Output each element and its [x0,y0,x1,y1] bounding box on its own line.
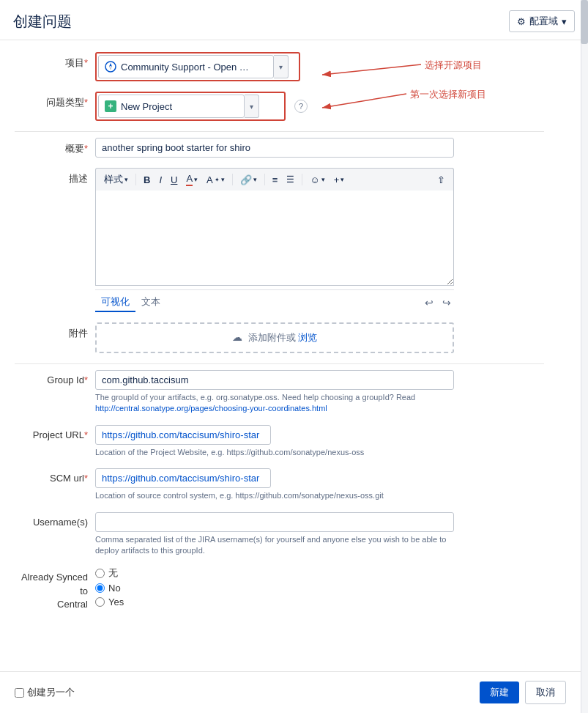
usernames-input[interactable] [95,512,454,532]
usernames-label: Username(s) [15,512,95,528]
toolbar-numbered-button[interactable]: ☰ [283,173,298,186]
groupid-hint: The groupId of your artifacts, e.g. org.… [95,392,454,415]
tab-text[interactable]: 文本 [135,293,166,312]
attachment-browse-link[interactable]: 浏览 [298,332,317,343]
description-label: 描述 [15,168,95,185]
form-container: 项目* Community Support - Open S... ▾ [0,40,588,677]
upload-icon: ☁ [232,331,242,343]
project-highlight-box: Community Support - Open S... ▾ [95,52,300,81]
create-another-checkbox[interactable] [15,688,24,698]
page-header: 创建问题 ⚙ 配置域 ▾ [0,0,588,40]
toolbar-expand-button[interactable]: ⇧ [433,173,449,187]
plus-icon: + [334,174,340,185]
summary-row: 概要* [15,138,544,158]
issue-type-label: 问题类型* [15,92,95,109]
scm-url-field-wrapper: Location of source control system, e.g. … [95,468,544,501]
toolbar-fontcolor-button[interactable]: A ▾ [182,171,201,188]
bullet-list-icon: ≡ [272,174,278,185]
toolbar-emoji-button[interactable]: ☺ ▾ [306,173,328,187]
project-field-wrapper: Community Support - Open S... ▾ [95,52,544,81]
link-icon: 🔗 [240,174,252,185]
toolbar-style-button[interactable]: 样式 ▾ [100,171,132,188]
create-another-checkbox-label[interactable]: 创建另一个 [15,686,75,699]
cancel-button[interactable]: 取消 [525,681,566,704]
project-select[interactable]: Community Support - Open S... [98,55,274,78]
toolbar-sep-2 [232,174,233,185]
toolbar-bold-button[interactable]: B [140,173,154,187]
scm-url-hint: Location of source control system, e.g. … [95,490,454,501]
toolbar-sep-3 [264,174,265,185]
description-field-wrapper: 样式 ▾ B I U A ▾ A✦ ▾ [95,168,454,312]
page-title: 创建问题 [13,12,72,32]
attachment-row: 附件 ☁ 添加附件或 浏览 [15,322,544,353]
chevron-down-icon: ▾ [253,176,257,183]
project-url-row: Project URL* Location of the Project Web… [15,425,544,458]
config-domain-button[interactable]: ⚙ 配置域 ▾ [509,10,575,32]
synced-radio-none[interactable] [95,569,105,578]
groupid-input[interactable] [95,370,454,390]
numbered-list-icon: ☰ [286,174,294,185]
svg-marker-8 [109,67,112,70]
chevron-down-icon: ▾ [562,16,567,27]
usernames-hint: Comma separated list of the JIRA usernam… [95,534,454,557]
undo-redo-group: ↩ ↪ [422,295,454,310]
groupid-label: Group Id* [15,370,95,385]
issue-type-highlight-box: + New Project ▾ [95,92,286,121]
project-select-wrapper: Community Support - Open S... ▾ [98,55,289,78]
project-url-hint: Location of the Project Website, e.g. ht… [95,447,454,458]
tab-visual[interactable]: 可视化 [95,293,135,312]
issue-type-select[interactable]: + New Project [98,95,245,118]
emoji-icon: ☺ [310,174,319,185]
project-url-label: Project URL* [15,425,95,440]
synced-radio-no[interactable] [95,583,105,593]
expand-icon: ⇧ [437,174,445,185]
issue-type-value: New Project [121,101,172,112]
attachment-field-wrapper: ☁ 添加附件或 浏览 [95,322,544,353]
synced-option-yes[interactable]: Yes [95,596,544,607]
divider-1 [15,131,544,132]
scroll-thumb[interactable] [581,0,588,44]
chevron-down-icon: ▾ [221,176,225,183]
description-editor[interactable] [95,191,454,286]
chevron-down-icon: ▾ [194,176,198,183]
scm-url-row: SCM url* Location of source control syst… [15,468,544,501]
project-url-field-wrapper: Location of the Project Website, e.g. ht… [95,425,544,458]
toolbar-format-button[interactable]: A✦ ▾ [203,173,228,187]
synced-radio-yes[interactable] [95,597,105,607]
attachment-label: 附件 [15,322,95,340]
svg-marker-7 [109,63,112,67]
synced-option-no[interactable]: No [95,583,544,594]
usernames-field-wrapper: Comma separated list of the JIRA usernam… [95,512,544,557]
undo-button[interactable]: ↩ [422,295,436,310]
project-url-input[interactable] [95,425,271,445]
description-toolbar: 样式 ▾ B I U A ▾ A✦ ▾ [95,168,454,191]
toolbar-underline-button[interactable]: U [167,173,181,187]
chevron-down-icon: ▾ [321,176,325,183]
toolbar-link-button[interactable]: 🔗 ▾ [237,173,261,187]
synced-radio-group: 无 No Yes [95,566,544,607]
scm-url-input[interactable] [95,468,271,488]
project-chevron[interactable]: ▾ [274,55,289,78]
create-another-label: 创建另一个 [27,686,75,699]
groupid-hint-link[interactable]: http://central.sonatype.org/pages/choosi… [95,404,327,413]
summary-input[interactable] [95,138,454,158]
submit-button[interactable]: 新建 [480,681,519,703]
project-row: 项目* Community Support - Open S... ▾ [15,52,544,81]
toolbar-more-button[interactable]: + ▾ [330,173,349,187]
attachment-text: 添加附件或 [248,332,296,343]
help-icon[interactable]: ? [294,100,308,113]
toolbar-bullet-button[interactable]: ≡ [269,173,282,187]
attachment-dropzone[interactable]: ☁ 添加附件或 浏览 [95,322,454,353]
issue-type-row: 问题类型* + New Project ▾ ? [15,92,544,121]
groupid-row: Group Id* The groupId of your artifacts,… [15,370,544,415]
redo-button[interactable]: ↪ [439,295,454,310]
issue-type-chevron[interactable]: ▾ [245,95,259,118]
synced-option-none[interactable]: 无 [95,566,544,580]
issue-type-field-wrapper: + New Project ▾ ? [95,92,544,121]
scm-url-label: SCM url* [15,468,95,484]
form-footer: 创建另一个 新建 取消 [0,671,581,713]
divider-2 [15,363,544,364]
toolbar-italic-button[interactable]: I [155,173,165,187]
synced-field-wrapper: 无 No Yes [95,566,544,607]
project-label: 项目* [15,52,95,70]
